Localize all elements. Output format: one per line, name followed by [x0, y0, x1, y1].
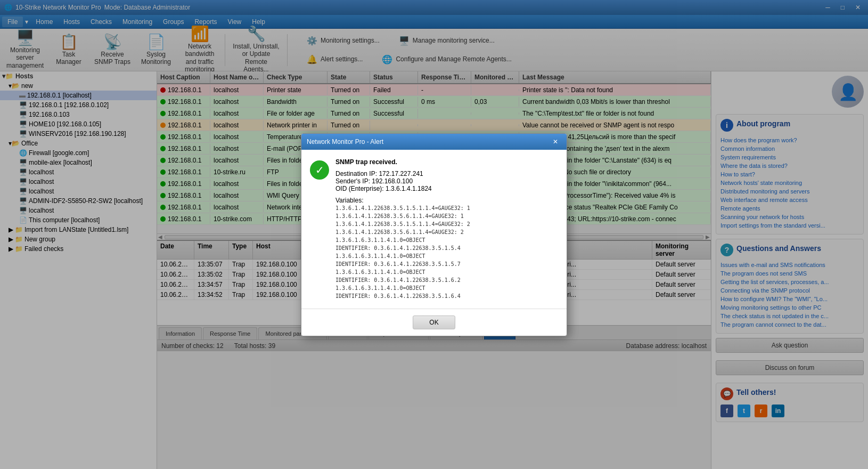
alert-close-button[interactable]: ✕	[550, 137, 561, 147]
alert-sender-ip: Sender's IP: 192.168.0.100	[335, 177, 558, 185]
alert-variables: 1.3.6.1.4.1.22638.3.5.1.5.1.1.4=GAUGE32:…	[335, 204, 558, 300]
alert-variables-label: Variables:	[335, 197, 558, 204]
alert-dialog: Network Monitor Pro - Alert ✕ ✓ SNMP tra…	[301, 133, 567, 336]
alert-ok-button[interactable]: OK	[413, 316, 455, 329]
alert-titlebar: Network Monitor Pro - Alert ✕	[301, 134, 567, 150]
alert-content: SNMP trap received. Destination IP: 172.…	[335, 158, 558, 300]
alert-oid: OID (Enterprise): 1.3.6.1.4.1.1824	[335, 185, 558, 192]
success-check-icon: ✓	[310, 160, 329, 180]
alert-footer: OK	[301, 309, 567, 336]
alert-dest-ip: Destination IP: 172.17.227.241	[335, 170, 558, 177]
alert-message: SNMP trap received.	[335, 158, 558, 166]
alert-title: Network Monitor Pro - Alert	[307, 138, 383, 145]
alert-body: ✓ SNMP trap received. Destination IP: 17…	[301, 150, 567, 309]
alert-overlay[interactable]: Network Monitor Pro - Alert ✕ ✓ SNMP tra…	[0, 0, 868, 469]
